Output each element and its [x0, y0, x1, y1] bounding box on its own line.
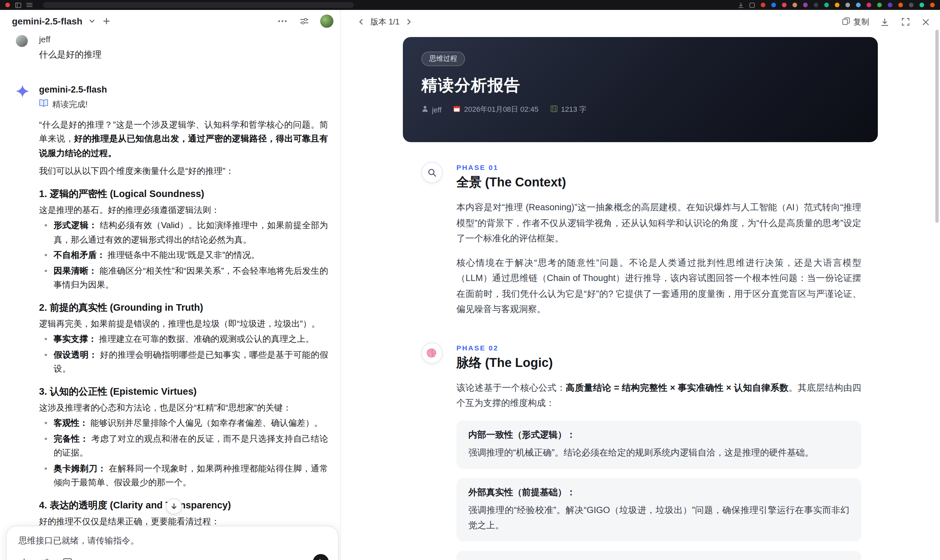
browser-profile-icon[interactable] — [930, 3, 935, 7]
brain-icon — [421, 342, 442, 363]
chevron-down-icon[interactable] — [87, 17, 96, 26]
extension-icon[interactable] — [898, 3, 903, 7]
tune-icon[interactable] — [298, 16, 310, 26]
extension-icon[interactable] — [909, 3, 914, 7]
more-options-button[interactable] — [276, 18, 288, 24]
close-button[interactable] — [921, 17, 931, 27]
list-item: 完备性： 考虑了对立的观点和潜在的反证，而不是只选择支持自己结论的证据。 — [39, 431, 328, 460]
assistant-response: 精读完成! “什么是好的推理？”这是一个涉及逻辑学、认知科学和哲学核心的问题。简… — [39, 98, 328, 558]
list-term: 客观性： — [54, 418, 88, 428]
report-section-logic: PHASE 02 脉络 (The Logic) 该论述基于一个核心公式：高质量结… — [403, 342, 878, 560]
extension-icon[interactable] — [771, 3, 776, 7]
prev-version-button[interactable] — [356, 17, 366, 26]
account-avatar[interactable] — [320, 15, 333, 28]
image-button[interactable] — [62, 557, 74, 560]
chat-list: 客观性： 能够识别并尽量排除个人偏见（如幸存者偏差、确认偏差）。 完备性： 考虑… — [39, 416, 328, 489]
extension-icon[interactable] — [835, 3, 840, 7]
scroll-to-bottom-button[interactable] — [166, 498, 182, 514]
phase-label: PHASE 01 — [456, 162, 878, 171]
chat-panel: gemini-2.5-flash — [0, 10, 341, 560]
word-count: 1213 字 — [561, 105, 586, 114]
list-term: 不自相矛盾： — [54, 250, 105, 260]
model-selector[interactable]: gemini-2.5-flash — [12, 16, 82, 26]
copy-icon — [842, 17, 850, 27]
card-term: 外部真实性（前提基础）： — [468, 486, 849, 498]
dimension-card: 外部真实性（前提基础）： 强调推理的“经验校准”。解决“GIGO（垃圾进，垃圾出… — [456, 478, 861, 541]
chat-section-heading: 3. 认知的公正性 (Epistemic Virtues) — [39, 385, 328, 398]
message-list: jeff 什么是好的推理 gemini-2.5-flash 精读完成! — [0, 32, 340, 560]
extension-icon[interactable] — [814, 3, 818, 7]
extension-icon[interactable] — [761, 3, 765, 7]
extension-icon[interactable] — [792, 3, 797, 7]
address-bar[interactable] — [43, 2, 354, 8]
list-item: 形式逻辑： 结构必须有效（Valid）。比如演绎推理中，如果前提全部为真，那么通… — [39, 218, 328, 247]
report-section-context: PHASE 01 全景 (The Context) 本内容是对“推理 (Reas… — [403, 162, 878, 317]
puzzle-icon[interactable] — [749, 2, 755, 8]
extension-icon[interactable] — [920, 3, 924, 7]
extension-icon[interactable] — [824, 3, 829, 7]
artifact-content: 思维过程 精读分析报告 jeff — [341, 34, 940, 560]
copy-button[interactable]: 复制 — [842, 16, 869, 28]
attach-button[interactable] — [18, 556, 30, 560]
menu-icon[interactable] — [26, 3, 32, 7]
extension-icon[interactable] — [877, 3, 882, 7]
copy-label: 复制 — [853, 16, 869, 28]
text-run: 该论述基于一个核心公式： — [456, 383, 566, 392]
download-button[interactable] — [879, 16, 891, 28]
extension-icon[interactable] — [866, 3, 871, 7]
extension-icon[interactable] — [782, 3, 786, 7]
phase-label: PHASE 02 — [456, 342, 878, 351]
list-term: 形式逻辑： — [54, 220, 97, 230]
extension-icon[interactable] — [803, 3, 808, 7]
dimension-card: 主体伦理（认识美德）： 转向推理者的心理特征。引入奥卡姆剃刀和反向论证，旨在克服… — [456, 551, 861, 560]
extension-icon[interactable] — [845, 3, 850, 7]
version-label: 版本 1/1 — [370, 16, 399, 28]
composer: 思维接口已就绪，请传输指令。 — [6, 526, 339, 560]
list-item: 假设透明： 好的推理会明确指明哪些是已知事实，哪些是基于可能的假设。 — [39, 348, 328, 376]
chat-list: 形式逻辑： 结构必须有效（Valid）。比如演绎推理中，如果前提全部为真，那么通… — [39, 218, 328, 292]
word-count-icon — [550, 105, 558, 114]
record-icon[interactable] — [5, 3, 10, 7]
magnifier-icon — [421, 162, 442, 183]
downloads-icon[interactable] — [738, 2, 744, 8]
section-paragraph: 核心情境在于解决“思考的随意性”问题。不论是人类通过批判性思维进行决策，还是大语… — [456, 255, 861, 317]
sidebar-toggle-icon[interactable] — [15, 2, 21, 8]
new-chat-button[interactable] — [101, 16, 111, 26]
section-paragraph: 该论述基于一个核心公式：高质量结论 = 结构完整性 × 事实准确性 × 认知自律… — [456, 380, 861, 411]
extension-icon[interactable] — [856, 3, 861, 7]
report-meta: jeff 2026年01月08日 02:45 — [421, 105, 859, 114]
card-desc: 强调推理的“机械正确”。结论必须在给定的规则系统内逻辑自洽，这是推理的硬件基础。 — [468, 445, 849, 460]
user-message-text: 什么是好的推理 — [39, 49, 328, 61]
message-input[interactable]: 思维接口已就绪，请传输指令。 — [18, 535, 329, 547]
composer-actions — [18, 554, 329, 560]
section-paragraph: 本内容是对“推理 (Reasoning)”这一抽象概念的高层建模。在知识爆炸与人… — [456, 200, 861, 246]
artifact-toolbar: 版本 1/1 复制 — [341, 10, 940, 34]
extension-icon[interactable] — [888, 3, 892, 7]
chat-paragraph: 这涉及推理者的心态和方法论，也是区分“杠精”和“思想家”的关键： — [39, 400, 328, 415]
tools-button[interactable] — [40, 557, 52, 560]
chat-section-heading: 2. 前提的真实性 (Grounding in Truth) — [39, 300, 328, 314]
list-term: 因果清晰： — [54, 265, 97, 275]
status-text: 精读完成! — [52, 98, 88, 112]
text-run-bold: 好的推理是从已知信息出发，通过严密的逻辑路径，得出可靠且有说服力结论的过程。 — [39, 134, 328, 158]
section-title: 全景 (The Context) — [456, 174, 878, 191]
list-item: 奥卡姆剃刀： 在解释同一个现象时，如果两种推理都能站得住脚，通常倾向于最简单、假… — [39, 461, 328, 489]
list-desc: 能够识别并尽量排除个人偏见（如幸存者偏差、确认偏差）。 — [90, 418, 322, 428]
list-item: 事实支撑： 推理建立在可靠的数据、准确的观测或公认的真理之上。 — [39, 332, 328, 346]
app-window: gemini-2.5-flash — [0, 10, 940, 560]
status-line: 精读完成! — [39, 98, 328, 112]
scrollbar-thumb[interactable] — [935, 30, 938, 223]
browser-toolbar — [0, 0, 940, 10]
chat-section-heading: 1. 逻辑的严密性 (Logical Soundness) — [39, 187, 328, 200]
chat-section-heading: 4. 表达的透明度 (Clarity and Transparency) — [39, 498, 328, 511]
list-item: 因果清晰： 能准确区分“相关性”和“因果关系”，不会轻率地将先后发生的事情归为因… — [39, 263, 328, 292]
next-version-button[interactable] — [404, 17, 413, 26]
list-term: 假设透明： — [54, 349, 97, 359]
fullscreen-button[interactable] — [900, 17, 911, 27]
screen: gemini-2.5-flash — [0, 0, 940, 560]
artifact-panel: 版本 1/1 复制 — [341, 10, 940, 560]
chat-list: 事实支撑： 推理建立在可靠的数据、准确的观测或公认的真理之上。 假设透明： 好的… — [39, 332, 328, 376]
voice-button[interactable] — [313, 554, 329, 560]
chat-header: gemini-2.5-flash — [0, 10, 340, 32]
chat-paragraph: “什么是好的推理？”这是一个涉及逻辑学、认知科学和哲学核心的问题。简单来说，好的… — [39, 117, 328, 160]
